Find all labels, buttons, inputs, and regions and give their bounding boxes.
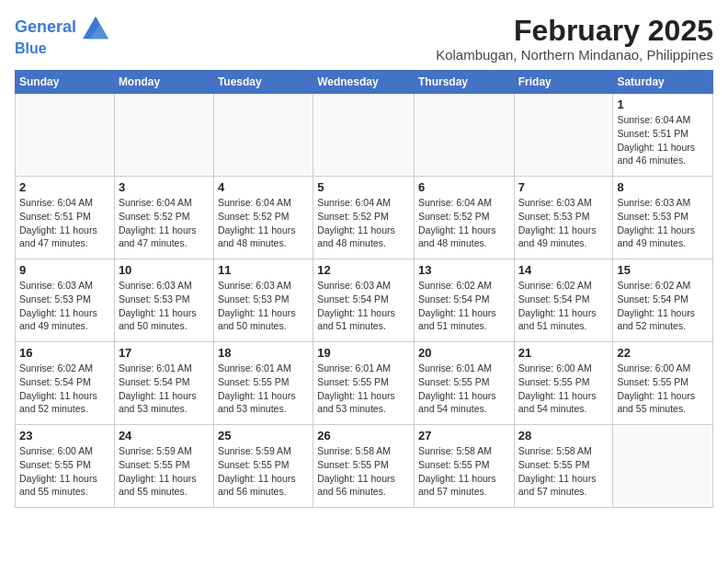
day-number: 12: [317, 263, 410, 277]
day-number: 11: [218, 263, 309, 277]
day-number: 22: [617, 346, 709, 360]
calendar-cell: [114, 94, 213, 177]
calendar-cell: 19Sunrise: 6:01 AM Sunset: 5:55 PM Dayli…: [313, 342, 415, 425]
day-number: 13: [418, 263, 510, 277]
day-info: Sunrise: 6:04 AM Sunset: 5:51 PM Dayligh…: [19, 196, 110, 250]
day-number: 1: [617, 98, 709, 111]
day-info: Sunrise: 6:03 AM Sunset: 5:53 PM Dayligh…: [119, 279, 210, 333]
weekday-header-sunday: Sunday: [16, 71, 115, 94]
day-info: Sunrise: 6:01 AM Sunset: 5:55 PM Dayligh…: [418, 362, 510, 416]
calendar-cell: 16Sunrise: 6:02 AM Sunset: 5:54 PM Dayli…: [16, 342, 115, 425]
day-info: Sunrise: 5:59 AM Sunset: 5:55 PM Dayligh…: [218, 444, 309, 499]
day-info: Sunrise: 6:03 AM Sunset: 5:53 PM Dayligh…: [518, 196, 609, 250]
calendar-cell: 18Sunrise: 6:01 AM Sunset: 5:55 PM Dayli…: [213, 342, 313, 425]
day-info: Sunrise: 6:01 AM Sunset: 5:55 PM Dayligh…: [317, 362, 410, 416]
day-info: Sunrise: 6:02 AM Sunset: 5:54 PM Dayligh…: [19, 362, 110, 416]
calendar-cell: 20Sunrise: 6:01 AM Sunset: 5:55 PM Dayli…: [414, 342, 514, 425]
calendar-table: SundayMondayTuesdayWednesdayThursdayFrid…: [15, 70, 713, 508]
calendar-cell: [514, 94, 613, 177]
day-info: Sunrise: 6:03 AM Sunset: 5:54 PM Dayligh…: [317, 279, 410, 333]
week-row-2: 2Sunrise: 6:04 AM Sunset: 5:51 PM Daylig…: [16, 177, 713, 259]
calendar-cell: 17Sunrise: 6:01 AM Sunset: 5:54 PM Dayli…: [114, 342, 213, 425]
calendar-cell: 10Sunrise: 6:03 AM Sunset: 5:53 PM Dayli…: [114, 259, 213, 342]
day-info: Sunrise: 6:04 AM Sunset: 5:51 PM Dayligh…: [617, 113, 709, 167]
page-header: General Blue February 2025 Kolambugan, N…: [15, 15, 713, 63]
day-number: 6: [418, 180, 510, 194]
day-info: Sunrise: 6:04 AM Sunset: 5:52 PM Dayligh…: [218, 196, 309, 250]
day-number: 23: [19, 429, 110, 442]
calendar-cell: 11Sunrise: 6:03 AM Sunset: 5:53 PM Dayli…: [213, 259, 313, 342]
calendar-cell: 21Sunrise: 6:00 AM Sunset: 5:55 PM Dayli…: [514, 342, 613, 425]
day-info: Sunrise: 5:58 AM Sunset: 5:55 PM Dayligh…: [418, 444, 510, 499]
day-number: 17: [119, 346, 210, 360]
day-number: 10: [119, 263, 210, 277]
day-info: Sunrise: 6:04 AM Sunset: 5:52 PM Dayligh…: [119, 196, 210, 250]
calendar-cell: 27Sunrise: 5:58 AM Sunset: 5:55 PM Dayli…: [414, 425, 514, 508]
calendar-cell: [613, 425, 713, 508]
day-number: 28: [518, 429, 609, 442]
calendar-cell: 1Sunrise: 6:04 AM Sunset: 5:51 PM Daylig…: [613, 94, 713, 177]
weekday-header-friday: Friday: [514, 71, 613, 94]
day-number: 27: [418, 429, 510, 442]
day-number: 20: [418, 346, 510, 360]
weekday-header-row: SundayMondayTuesdayWednesdayThursdayFrid…: [16, 71, 713, 94]
title-area: February 2025 Kolambugan, Northern Minda…: [436, 15, 713, 63]
calendar-cell: [16, 94, 115, 177]
calendar-cell: 25Sunrise: 5:59 AM Sunset: 5:55 PM Dayli…: [213, 425, 313, 508]
day-info: Sunrise: 6:03 AM Sunset: 5:53 PM Dayligh…: [218, 279, 309, 333]
day-number: 9: [19, 263, 110, 277]
day-number: 26: [317, 429, 410, 442]
day-number: 24: [119, 429, 210, 442]
main-title: February 2025: [436, 15, 713, 47]
day-number: 4: [218, 180, 309, 194]
day-info: Sunrise: 6:01 AM Sunset: 5:54 PM Dayligh…: [119, 362, 210, 416]
logo-text: General: [15, 15, 108, 40]
day-number: 3: [119, 180, 210, 194]
weekday-header-thursday: Thursday: [414, 71, 514, 94]
calendar-cell: 4Sunrise: 6:04 AM Sunset: 5:52 PM Daylig…: [213, 177, 313, 259]
calendar-cell: [414, 94, 514, 177]
calendar-cell: 15Sunrise: 6:02 AM Sunset: 5:54 PM Dayli…: [613, 259, 713, 342]
day-number: 19: [317, 346, 410, 360]
day-number: 7: [518, 180, 609, 194]
day-info: Sunrise: 6:02 AM Sunset: 5:54 PM Dayligh…: [518, 279, 609, 333]
week-row-3: 9Sunrise: 6:03 AM Sunset: 5:53 PM Daylig…: [16, 259, 713, 342]
day-info: Sunrise: 6:00 AM Sunset: 5:55 PM Dayligh…: [617, 362, 709, 416]
day-info: Sunrise: 5:59 AM Sunset: 5:55 PM Dayligh…: [119, 444, 210, 499]
calendar-cell: 22Sunrise: 6:00 AM Sunset: 5:55 PM Dayli…: [613, 342, 713, 425]
calendar-cell: [313, 94, 415, 177]
calendar-cell: 9Sunrise: 6:03 AM Sunset: 5:53 PM Daylig…: [16, 259, 115, 342]
day-info: Sunrise: 6:01 AM Sunset: 5:55 PM Dayligh…: [218, 362, 309, 416]
week-row-4: 16Sunrise: 6:02 AM Sunset: 5:54 PM Dayli…: [16, 342, 713, 425]
week-row-1: 1Sunrise: 6:04 AM Sunset: 5:51 PM Daylig…: [16, 94, 713, 177]
week-row-5: 23Sunrise: 6:00 AM Sunset: 5:55 PM Dayli…: [16, 425, 713, 508]
day-info: Sunrise: 6:00 AM Sunset: 5:55 PM Dayligh…: [19, 444, 110, 499]
calendar-cell: 7Sunrise: 6:03 AM Sunset: 5:53 PM Daylig…: [514, 177, 613, 259]
calendar-cell: 5Sunrise: 6:04 AM Sunset: 5:52 PM Daylig…: [313, 177, 415, 259]
day-info: Sunrise: 6:02 AM Sunset: 5:54 PM Dayligh…: [418, 279, 510, 333]
day-number: 2: [19, 180, 110, 194]
calendar-cell: 28Sunrise: 5:58 AM Sunset: 5:55 PM Dayli…: [514, 425, 613, 508]
calendar-cell: 14Sunrise: 6:02 AM Sunset: 5:54 PM Dayli…: [514, 259, 613, 342]
calendar-cell: 2Sunrise: 6:04 AM Sunset: 5:51 PM Daylig…: [16, 177, 115, 259]
calendar-cell: 3Sunrise: 6:04 AM Sunset: 5:52 PM Daylig…: [114, 177, 213, 259]
day-info: Sunrise: 6:03 AM Sunset: 5:53 PM Dayligh…: [617, 196, 709, 250]
calendar-cell: [213, 94, 313, 177]
calendar-cell: 24Sunrise: 5:59 AM Sunset: 5:55 PM Dayli…: [114, 425, 213, 508]
calendar-cell: 12Sunrise: 6:03 AM Sunset: 5:54 PM Dayli…: [313, 259, 415, 342]
subtitle: Kolambugan, Northern Mindanao, Philippin…: [436, 47, 713, 63]
day-info: Sunrise: 6:04 AM Sunset: 5:52 PM Dayligh…: [317, 196, 410, 250]
day-number: 8: [617, 180, 709, 194]
day-info: Sunrise: 6:00 AM Sunset: 5:55 PM Dayligh…: [518, 362, 609, 416]
day-number: 16: [19, 346, 110, 360]
calendar-cell: 23Sunrise: 6:00 AM Sunset: 5:55 PM Dayli…: [16, 425, 115, 508]
calendar-cell: 8Sunrise: 6:03 AM Sunset: 5:53 PM Daylig…: [613, 177, 713, 259]
day-number: 15: [617, 263, 709, 277]
logo-blue: Blue: [15, 40, 108, 57]
day-number: 25: [218, 429, 309, 442]
weekday-header-monday: Monday: [114, 71, 213, 94]
day-info: Sunrise: 6:03 AM Sunset: 5:53 PM Dayligh…: [19, 279, 110, 333]
day-info: Sunrise: 6:02 AM Sunset: 5:54 PM Dayligh…: [617, 279, 709, 333]
calendar-cell: 26Sunrise: 5:58 AM Sunset: 5:55 PM Dayli…: [313, 425, 415, 508]
logo: General Blue: [15, 15, 108, 57]
